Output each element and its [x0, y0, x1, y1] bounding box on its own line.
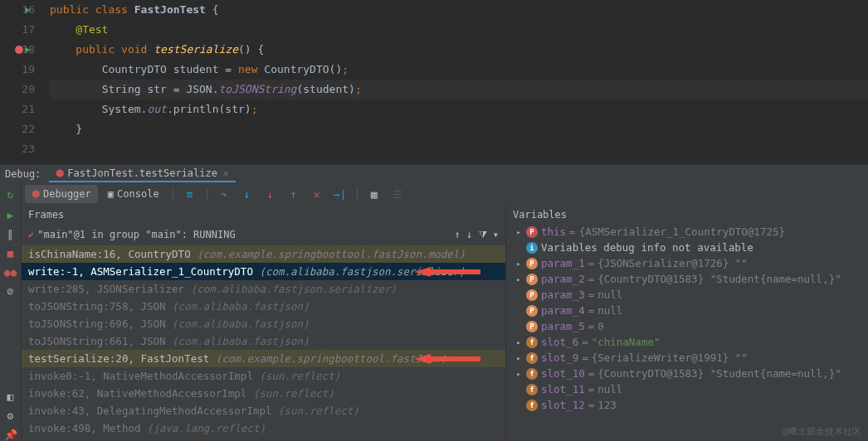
- frames-title: Frames: [28, 209, 64, 220]
- console-tab[interactable]: ▣ Console: [101, 185, 166, 203]
- frame-text: invoke:43, DelegatingMethodAccessorImpl: [28, 405, 278, 417]
- badge-icon: P: [526, 226, 538, 238]
- class-name: FastJonTest: [134, 3, 206, 16]
- expand-icon[interactable]: ▸: [514, 275, 523, 284]
- frame-row[interactable]: isChinaName:16, CountryDTO (com.example.…: [22, 245, 505, 263]
- frame-package: (com.alibaba.fastjson): [172, 317, 310, 330]
- filter-icon[interactable]: ⧩: [479, 229, 487, 240]
- var-name: slot_10: [541, 367, 585, 380]
- frame-row[interactable]: invoke:62, NativeMethodAccessorImpl (sun…: [22, 385, 505, 402]
- run-to-cursor-icon[interactable]: →|: [330, 184, 350, 204]
- rerun-button[interactable]: ↻: [0, 182, 22, 206]
- frame-row[interactable]: invoke:43, DelegatingMethodAccessorImpl …: [22, 402, 505, 419]
- frame-text: invoke:62, NativeMethodAccessorImpl: [28, 387, 253, 400]
- gutter: ▶16 17 ▶18 19 20 21 22 23: [0, 0, 41, 164]
- var: student: [173, 63, 219, 75]
- pause-icon[interactable]: ∥: [7, 228, 13, 240]
- drop-frame-icon[interactable]: ✕: [307, 184, 327, 204]
- expand-icon[interactable]: ▸: [514, 338, 523, 346]
- semi: ;: [342, 63, 349, 75]
- frame-row[interactable]: toJSONString:696, JSON (com.alibaba.fast…: [22, 315, 505, 332]
- settings-icon[interactable]: ⚙: [7, 410, 14, 422]
- frame-text: testSerialize:20, FastJonTest: [28, 352, 216, 365]
- frame-package: (com.example.springboottool.fastJson): [216, 352, 446, 365]
- expand-icon[interactable]: ▸: [514, 228, 523, 236]
- check-icon: ✔: [28, 229, 34, 240]
- variable-row[interactable]: ▸Pthis = {ASMSerializer_1_CountryDTO@172…: [511, 224, 868, 240]
- expand-icon[interactable]: ▸: [514, 259, 523, 268]
- frame-row[interactable]: toJSONString:758, JSON (com.alibaba.fast…: [22, 298, 505, 315]
- step-into-icon[interactable]: ↓: [237, 184, 257, 204]
- stop-icon[interactable]: ■: [7, 247, 14, 259]
- variable-row[interactable]: Pparam_4 = null: [511, 303, 868, 318]
- threads-icon[interactable]: ≡: [180, 184, 200, 204]
- variable-row[interactable]: iVariables debug info not available: [511, 240, 868, 255]
- frame-row[interactable]: invoke0:-1, NativeMethodAccessorImpl (su…: [22, 367, 505, 385]
- badge-icon: f: [526, 368, 538, 380]
- expand-icon[interactable]: ▸: [514, 370, 523, 378]
- var-value: null: [597, 383, 622, 395]
- var-eq: =: [588, 273, 595, 285]
- variables-list[interactable]: ▸Pthis = {ASMSerializer_1_CountryDTO@172…: [506, 224, 868, 441]
- annotation: @Test: [76, 23, 108, 36]
- frame-row[interactable]: write:-1, ASMSerializer_1_CountryDTO (co…: [22, 263, 505, 280]
- console-tab-label: Console: [117, 188, 159, 200]
- var-name: param_4: [541, 304, 585, 317]
- breakpoint-icon[interactable]: [15, 46, 23, 54]
- step-over-icon[interactable]: ↷: [214, 184, 234, 204]
- variable-row[interactable]: ▸fslot_6 = "chinaName": [511, 334, 868, 350]
- prev-frame-icon[interactable]: ↑: [455, 229, 461, 240]
- var-eq: =: [588, 288, 595, 301]
- frame-row[interactable]: toJSONString:661, JSON (com.alibaba.fast…: [22, 332, 505, 350]
- run-icon[interactable]: ▶: [25, 0, 31, 20]
- variable-row[interactable]: Pparam_5 = 0: [511, 318, 868, 334]
- force-step-into-icon[interactable]: ↓: [261, 184, 280, 204]
- variable-row[interactable]: ▸fslot_10 = {CountryDTO@1583} "Student{n…: [511, 366, 868, 381]
- frame-package: (com.example.springboottool.fastJson.mod…: [197, 248, 466, 260]
- frame-package: (sun.reflect): [259, 370, 340, 382]
- variable-row[interactable]: fslot_11 = null: [511, 381, 868, 397]
- kw: public: [50, 3, 89, 16]
- step-out-icon[interactable]: ↑: [284, 184, 304, 204]
- evaluate-icon[interactable]: ▦: [364, 184, 384, 204]
- var-eq: =: [588, 383, 595, 395]
- frame-list[interactable]: isChinaName:16, CountryDTO (com.example.…: [22, 245, 505, 441]
- var-eq: =: [588, 320, 595, 332]
- dropdown-icon[interactable]: ▾: [493, 229, 499, 240]
- frame-package: (com.alibaba.fastjson): [172, 335, 310, 347]
- variable-row[interactable]: ▸fslot_9 = {SerializeWriter@1991} "": [511, 350, 868, 366]
- frame-package: (com.alibaba.fastjson): [172, 300, 310, 313]
- debugger-tab[interactable]: ⬢ Debugger: [25, 185, 98, 203]
- var-name: param_2: [541, 273, 585, 285]
- resume-icon[interactable]: ▶: [7, 209, 14, 221]
- op: =: [225, 63, 232, 75]
- run-icon[interactable]: ▶: [25, 40, 31, 60]
- trace-icon[interactable]: ☰: [388, 184, 407, 204]
- layout-icon[interactable]: ◧: [7, 390, 14, 403]
- kw: public: [76, 43, 115, 56]
- kw: void: [121, 43, 147, 56]
- variable-row[interactable]: fslot_12 = 123: [511, 397, 868, 413]
- close-icon[interactable]: ×: [222, 167, 229, 180]
- variable-row[interactable]: ▸Pparam_2 = {CountryDTO@1583} "Student{n…: [511, 271, 868, 287]
- mute-breakpoints-icon[interactable]: ⊘: [7, 285, 14, 298]
- frame-row[interactable]: testSerialize:20, FastJonTest (com.examp…: [22, 350, 505, 367]
- variable-row[interactable]: ▸Pparam_1 = {JSONSerializer@1726} "": [511, 255, 868, 271]
- thread-selector[interactable]: ✔"main"@1 in group "main": RUNNING ↑ ↓ ⧩…: [22, 224, 505, 245]
- debugger-tab-label: Debugger: [43, 188, 91, 200]
- ref: JSON.: [186, 83, 218, 95]
- frame-row[interactable]: write:285, JSONSerializer (com.alibaba.f…: [22, 280, 505, 298]
- variable-row[interactable]: Pparam_3 = null: [511, 287, 868, 303]
- code-area[interactable]: public class FastJonTest { @Test public …: [41, 0, 868, 164]
- debug-tab[interactable]: ⬢ FastJonTest.testSerialize ×: [49, 165, 236, 182]
- next-frame-icon[interactable]: ↓: [466, 229, 472, 240]
- console-icon: ▣: [108, 188, 114, 200]
- view-breakpoints-icon[interactable]: ●●: [4, 266, 17, 279]
- badge-icon: f: [526, 337, 538, 348]
- variables-pane: Variables ▸Pthis = {ASMSerializer_1_Coun…: [506, 206, 868, 441]
- var-eq: =: [588, 257, 595, 269]
- pin-icon[interactable]: 📌: [4, 429, 17, 441]
- debug-toolbar: ↻ ⬢ Debugger ▣ Console ≡ ↷ ↓ ↓ ↑ ✕ →| ▦ …: [0, 182, 868, 206]
- expand-icon[interactable]: ▸: [514, 354, 523, 362]
- frame-row[interactable]: invoke:498, Method (java.lang.reflect): [22, 419, 505, 437]
